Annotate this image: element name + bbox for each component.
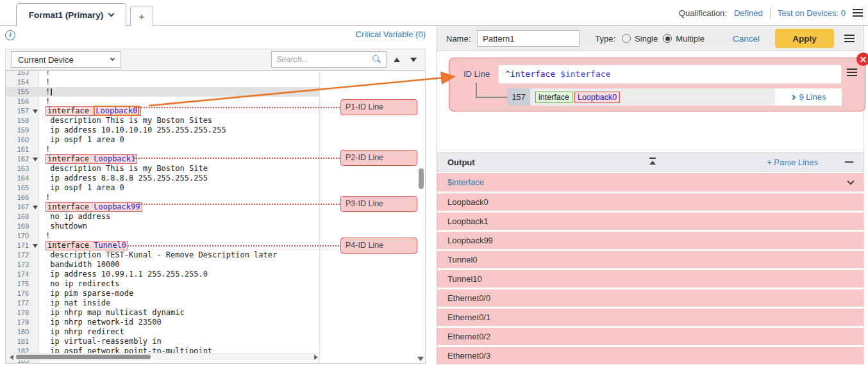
line-text: shutdown	[43, 222, 319, 231]
connector-line	[476, 83, 477, 97]
line-number: 158	[6, 116, 29, 126]
apply-button[interactable]: Apply	[775, 29, 834, 48]
code-line[interactable]: 174 ip address 10.99.1.1 255.255.255.0	[6, 270, 319, 279]
pattern-name-input[interactable]	[477, 30, 580, 47]
fold-arrow-icon[interactable]	[33, 244, 38, 248]
fold-gutter	[29, 212, 43, 222]
radio-icon[interactable]	[622, 34, 631, 43]
pattern-id-line-label[interactable]: P2-ID Line	[340, 150, 417, 166]
fold-gutter[interactable]	[29, 241, 43, 250]
line-text: description TEST-Kunal - Remove Descript…	[43, 250, 319, 260]
output-value-row[interactable]: Loopback99	[437, 232, 864, 249]
output-value-row[interactable]: Ethernet0/2	[437, 328, 864, 345]
radio-icon[interactable]	[663, 34, 672, 43]
scroll-down-arrow-icon[interactable]	[417, 357, 424, 361]
qualification-value-link[interactable]: Defined	[734, 8, 763, 18]
fold-gutter[interactable]	[29, 154, 43, 164]
code-line[interactable]: 153!	[6, 70, 319, 77]
chevron-down-icon	[108, 11, 115, 17]
code-line[interactable]: 172 description TEST-Kunal - Remove Desc…	[6, 250, 319, 260]
id-line-match-highlight[interactable]: interface Loopback1	[46, 154, 137, 164]
search-icon[interactable]	[371, 54, 381, 65]
code-line[interactable]: 164 ip address 8.8.8.8 255.255.255.255	[6, 174, 319, 183]
fold-gutter[interactable]	[29, 202, 43, 212]
code-line[interactable]: 154!	[6, 77, 319, 87]
line-text: ip address 10.10.10.10 255.255.255.255	[43, 126, 319, 135]
code-line[interactable]: 165 ip ospf 1 area 0	[6, 183, 319, 193]
code-line[interactable]: 179 ip nhrp network-id 23500	[6, 318, 319, 327]
pattern-id-line-label[interactable]: P3-ID Line	[340, 196, 417, 212]
type-option-single[interactable]: Single	[622, 34, 658, 44]
test-on-devices-link[interactable]: Test on Devices: 0	[778, 8, 846, 18]
scroll-right-arrow-icon[interactable]	[314, 355, 318, 360]
code-line[interactable]: 160 ip ospf 1 area 0	[6, 135, 319, 145]
code-line[interactable]: 176 ip pim sparse-mode	[6, 289, 319, 298]
fold-gutter	[29, 260, 43, 270]
fold-arrow-icon[interactable]	[33, 158, 38, 161]
code-line[interactable]: 175 no ip redirects	[6, 279, 319, 289]
add-parse-lines-button[interactable]: + Parse Lines	[767, 158, 818, 167]
output-title: Output	[447, 158, 475, 167]
chevron-down-icon	[110, 56, 115, 60]
line-text: !	[43, 97, 319, 106]
output-value-row[interactable]: Tunnel10	[437, 270, 864, 288]
code-line[interactable]: 161!	[6, 145, 319, 154]
pattern-menu-icon[interactable]	[844, 35, 855, 42]
output-value-row[interactable]: Loopback0	[437, 193, 864, 211]
pattern-id-line-label[interactable]: P1-ID Line	[340, 99, 417, 115]
code-line[interactable]: 178 ip nhrp map multicast dynamic	[6, 308, 319, 318]
code-line[interactable]: 170!	[6, 231, 319, 241]
menu-icon[interactable]	[853, 9, 863, 17]
vertical-scrollbar-thumb[interactable]	[419, 168, 424, 189]
tab-format1-primary[interactable]: Format1 (Primary)	[16, 3, 126, 26]
id-line-match-highlight[interactable]: interface Loopback0	[46, 106, 141, 116]
code-line[interactable]: 162interface Loopback1	[6, 154, 319, 164]
info-icon[interactable]	[5, 30, 15, 40]
code-line[interactable]: 163 description This is my Boston Site	[6, 164, 319, 174]
device-select[interactable]: Current Device	[11, 51, 121, 68]
id-line-match-highlight[interactable]: interface Loopback99	[46, 202, 142, 212]
output-variable-row[interactable]: $interface	[437, 173, 864, 191]
line-text: ip nhrp map multicast dynamic	[43, 308, 319, 318]
pattern-id-line-label[interactable]: P4-ID Line	[340, 238, 417, 254]
id-line-match-highlight[interactable]: interface Tunnel0	[46, 241, 128, 250]
fold-gutter[interactable]	[29, 106, 43, 116]
code-line[interactable]: 169 shutdown	[6, 222, 319, 231]
add-tab-button[interactable]: +	[130, 6, 153, 26]
search-input[interactable]	[276, 55, 371, 64]
code-line[interactable]: 181 ip virtual-reassembly in	[6, 337, 319, 346]
output-value-row[interactable]: Ethernet0/1	[437, 309, 864, 326]
fold-arrow-icon[interactable]	[33, 206, 38, 209]
search-next-button[interactable]	[407, 53, 420, 67]
code-line[interactable]: 155!	[6, 87, 319, 97]
id-line-regex-input[interactable]: ^interface $interface	[498, 65, 842, 84]
id-line-menu-icon[interactable]	[847, 69, 857, 76]
output-value-row[interactable]: Tunnel0	[437, 251, 864, 268]
critical-variable-link[interactable]: Critical Variable (0)	[355, 29, 426, 39]
cancel-button[interactable]: Cancel	[733, 34, 760, 44]
horizontal-scrollbar-thumb[interactable]	[16, 355, 151, 359]
type-option-multiple[interactable]: Multiple	[663, 34, 705, 44]
code-line[interactable]: 166!	[6, 193, 319, 202]
close-icon[interactable]	[856, 53, 868, 66]
scroll-left-arrow-icon[interactable]	[10, 355, 13, 360]
expand-lines-button[interactable]: 9 Lines	[775, 88, 842, 106]
code-line[interactable]: 156!	[6, 97, 319, 106]
horizontal-scrollbar[interactable]	[8, 353, 319, 361]
code-line[interactable]: 158 description This is my Boston Sites	[6, 116, 319, 126]
output-value-row[interactable]: Ethernet0/3	[437, 347, 864, 364]
code-line[interactable]: 159 ip address 10.10.10.10 255.255.255.2…	[6, 126, 319, 135]
collapse-panel-icon[interactable]	[649, 158, 656, 165]
minimize-icon[interactable]	[845, 161, 853, 163]
code-line[interactable]: 177 ip nat inside	[6, 298, 319, 308]
line-number: 153	[6, 70, 29, 77]
output-value-row[interactable]: Loopback1	[437, 213, 864, 230]
search-prev-button[interactable]	[390, 53, 403, 67]
line-text: description This is my Boston Sites	[43, 116, 319, 126]
line-number: 164	[6, 174, 29, 183]
output-value-row[interactable]: Ethernet0/0	[437, 289, 864, 307]
code-line[interactable]: 168 no ip address	[6, 212, 319, 222]
code-line[interactable]: 173 bandwidth 10000	[6, 260, 319, 270]
code-line[interactable]: 180 ip nhrp redirect	[6, 327, 319, 337]
fold-arrow-icon[interactable]	[33, 110, 38, 113]
